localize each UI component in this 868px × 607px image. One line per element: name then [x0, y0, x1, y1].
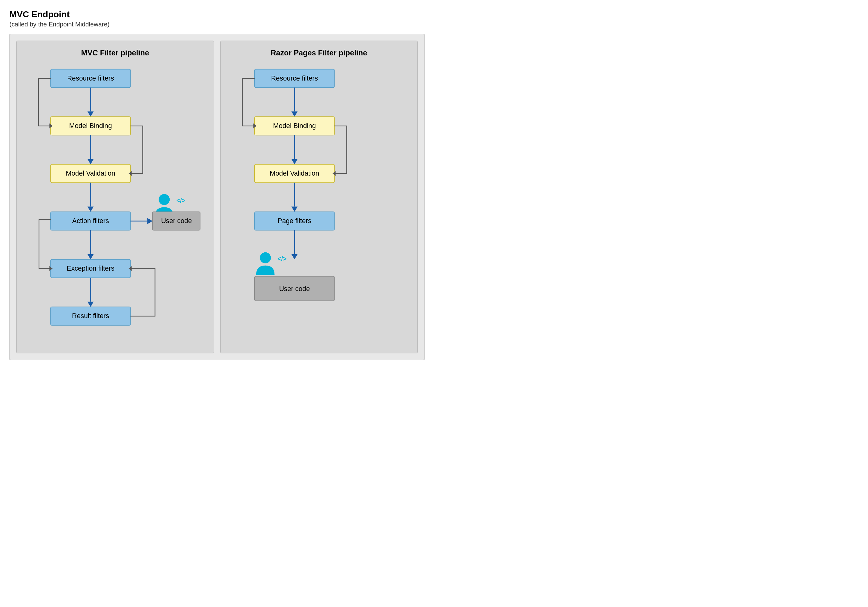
- razor-model-validation-label: Model Validation: [270, 170, 319, 177]
- svg-point-36: [260, 252, 271, 263]
- svg-marker-2: [87, 111, 94, 117]
- mvc-user-code-label: User code: [161, 217, 192, 225]
- svg-marker-8: [87, 207, 94, 212]
- svg-marker-29: [291, 159, 298, 164]
- mvc-diagram: Resource filters Model Binding Model Val…: [26, 66, 204, 344]
- svg-marker-15: [87, 254, 94, 260]
- razor-page-filters-label: Page filters: [277, 217, 311, 225]
- razor-model-binding-label: Model Binding: [273, 122, 316, 130]
- svg-marker-5: [87, 159, 94, 164]
- mvc-model-binding-label: Model Binding: [69, 122, 112, 130]
- svg-point-12: [159, 194, 170, 205]
- svg-marker-32: [291, 207, 298, 212]
- razor-resource-filters-label: Resource filters: [271, 74, 318, 82]
- razor-pipeline-title: Razor Pages Filter pipeline: [230, 48, 408, 57]
- mvc-model-validation-label: Model Validation: [66, 170, 115, 177]
- page-subtitle: (called by the Endpoint Middleware): [9, 21, 425, 28]
- razor-user-code-label: User code: [279, 285, 310, 293]
- mvc-exception-filters-label: Exception filters: [67, 265, 114, 272]
- svg-marker-35: [291, 254, 298, 260]
- page-title: MVC Endpoint: [9, 9, 425, 20]
- mvc-action-filters-label: Action filters: [72, 217, 109, 225]
- mvc-code-tag: </>: [177, 197, 185, 204]
- mvc-pipeline-title: MVC Filter pipeline: [26, 48, 204, 57]
- outer-container: MVC Filter pipeline Resource filters Mod…: [9, 34, 425, 360]
- razor-code-tag: </>: [277, 255, 287, 262]
- mvc-pipeline-box: MVC Filter pipeline Resource filters Mod…: [16, 40, 214, 353]
- svg-marker-18: [87, 302, 94, 307]
- razor-pipeline-box: Razor Pages Filter pipeline Resource fil…: [220, 40, 418, 353]
- mvc-result-filters-label: Result filters: [72, 312, 109, 320]
- svg-marker-11: [147, 218, 153, 225]
- razor-diagram: Resource filters Model Binding Model Val…: [230, 66, 408, 344]
- svg-marker-26: [291, 111, 298, 117]
- mvc-resource-filters-label: Resource filters: [67, 74, 114, 82]
